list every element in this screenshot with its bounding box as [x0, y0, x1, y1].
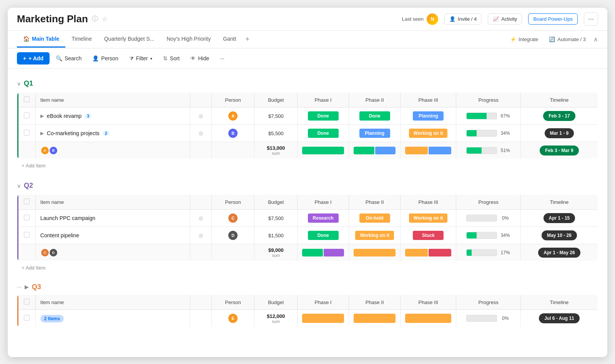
tab-main-table[interactable]: 🏠 Main Table: [17, 31, 65, 48]
sort-button[interactable]: ⇅ Sort: [158, 53, 184, 64]
q1-collapse-icon[interactable]: ∨: [17, 81, 21, 87]
tab-quarterly-budget[interactable]: Quarterly Budget S...: [98, 31, 161, 48]
q3-collapse-icon[interactable]: ▶: [25, 284, 29, 290]
filter-button[interactable]: ⧩ Filter ▾: [125, 53, 157, 65]
status-badge: Working on it: [409, 213, 447, 223]
row-checkbox-cell: [18, 210, 35, 227]
row-person-cell[interactable]: C: [211, 210, 254, 227]
hide-button[interactable]: 👁 Hide: [186, 53, 214, 64]
row-phase1-cell[interactable]: Done: [298, 125, 349, 142]
row-phase2-cell[interactable]: Planning: [349, 125, 401, 142]
expand-row-icon[interactable]: ▶: [40, 113, 44, 119]
status-badge: Research: [308, 213, 339, 223]
invite-button[interactable]: 👤 Invite / 4: [444, 13, 482, 25]
activity-button[interactable]: 📈 Activity: [488, 13, 522, 25]
header-checkbox[interactable]: [24, 299, 30, 304]
add-button[interactable]: + + Add: [17, 52, 50, 65]
progress-pct: 34%: [500, 233, 511, 238]
row-timeline-cell[interactable]: Mar 1 - 9: [520, 125, 598, 142]
more-toolbar-button[interactable]: ···: [215, 53, 229, 64]
row-phase3-cell[interactable]: Stuck: [401, 227, 456, 244]
row-timeline-cell[interactable]: Apr 1 - 15: [520, 210, 598, 227]
row-name-text[interactable]: Launch PPC campaign: [40, 215, 95, 221]
row-phase2-cell[interactable]: On-hold: [349, 210, 401, 227]
row-person-cell[interactable]: B: [211, 125, 254, 142]
timeline-badge: Jul 6 - Aug 11: [539, 313, 580, 323]
row-phase2-cell[interactable]: Working on it: [349, 227, 401, 244]
q2-col-person-add: [190, 195, 211, 210]
tab-timeline[interactable]: Timeline: [65, 31, 98, 48]
star-icon[interactable]: ☆: [102, 15, 107, 23]
header-checkbox[interactable]: [24, 96, 30, 102]
summary-cb-cell: [18, 142, 35, 159]
row-name-cell[interactable]: 2 Items: [35, 310, 190, 327]
progress-pct: 0%: [500, 316, 511, 321]
summary-person-cell: [211, 142, 254, 159]
row-person-cell[interactable]: E: [211, 310, 254, 327]
row-phase1-cell[interactable]: Research: [298, 210, 349, 227]
q1-add-item-row[interactable]: + Add Item: [17, 160, 598, 171]
row-name-text[interactable]: Co-marketing projects: [47, 130, 100, 136]
info-icon[interactable]: ⓘ: [92, 15, 98, 23]
row-timeline-cell[interactable]: Feb 3 - 17: [520, 108, 598, 125]
summary-budget-cell: $13,000 sum: [254, 142, 298, 159]
summary-add-item-cell[interactable]: A B: [35, 142, 190, 159]
app-container: Marketing Plan ⓘ ☆ Last seen N 👤 Invite …: [8, 8, 607, 357]
row-checkbox[interactable]: [24, 232, 30, 238]
row-phase1-cell[interactable]: Done: [298, 108, 349, 125]
row-budget-cell: $7,500: [254, 210, 298, 227]
progress-fill: [467, 130, 477, 136]
row-add-icon[interactable]: ⊕: [198, 130, 203, 137]
q3-col-person-add: [190, 295, 211, 310]
row-checkbox[interactable]: [24, 215, 30, 220]
q3-ellipsis-indicator: ···: [17, 282, 22, 291]
row-checkbox[interactable]: [24, 130, 30, 136]
row-add-icon[interactable]: ⊕: [198, 215, 203, 222]
tab-gantt[interactable]: Gantt: [217, 31, 242, 48]
row-name-text[interactable]: eBook revamp: [47, 113, 81, 119]
row-person-cell[interactable]: A: [211, 108, 254, 125]
row-timeline-cell[interactable]: May 10 - 26: [520, 227, 598, 244]
row-person-cell[interactable]: D: [211, 227, 254, 244]
q2-table: Item name Person Budget Phase I Phase II…: [17, 194, 598, 261]
progress-fill: [467, 250, 472, 256]
summary-person-cell: [211, 244, 254, 261]
q2-add-item-row[interactable]: + Add Item: [17, 263, 598, 273]
search-icon: 🔍: [56, 55, 62, 61]
row-add-icon[interactable]: ⊕: [198, 113, 203, 119]
status-badge: Done: [308, 111, 339, 121]
header-checkbox[interactable]: [24, 199, 30, 204]
row-phase3-cell[interactable]: Planning: [401, 108, 456, 125]
row-phase1-cell[interactable]: Done: [298, 227, 349, 244]
collapse-chevron[interactable]: ∧: [593, 36, 598, 43]
q1-col-person-add: [190, 93, 211, 108]
q2-col-phase3: Phase III: [401, 195, 456, 210]
q2-collapse-icon[interactable]: ∨: [17, 183, 21, 189]
add-tab-button[interactable]: +: [242, 31, 253, 48]
q1-col-progress: Progress: [456, 93, 521, 108]
row-name-text[interactable]: Content pipeline: [40, 232, 79, 238]
person-button[interactable]: 👤 Person: [88, 53, 123, 64]
automate-button[interactable]: 🔄 Automate / 3: [546, 35, 589, 44]
board-powerups-button[interactable]: Board Power-Ups: [528, 13, 578, 25]
avatar: C: [40, 248, 50, 257]
row-phase3-cell[interactable]: Working on it: [401, 210, 456, 227]
phase-segment: [354, 147, 374, 154]
q2-header-row: Item name Person Budget Phase I Phase II…: [18, 195, 598, 210]
row-phase2-cell[interactable]: Done: [349, 108, 401, 125]
row-checkbox[interactable]: [24, 113, 30, 118]
summary-add-item-cell[interactable]: C D: [35, 244, 190, 261]
expand-row-icon[interactable]: ▶: [40, 131, 44, 136]
search-button[interactable]: 🔍 Search: [51, 53, 86, 64]
row-add-icon[interactable]: ⊕: [198, 232, 203, 239]
person-icon: 👤: [449, 16, 455, 22]
row-timeline-cell[interactable]: Jul 6 - Aug 11: [520, 310, 598, 327]
tab-noys-priority[interactable]: Noy's High Priority: [160, 31, 217, 48]
more-options-button[interactable]: ···: [584, 12, 598, 26]
items-collapsed-badge[interactable]: 2 Items: [40, 315, 64, 323]
row-phase3-cell[interactable]: Working on it: [401, 125, 456, 142]
phase-segment: [302, 147, 344, 154]
phase-segment: [375, 147, 396, 154]
row-checkbox[interactable]: [24, 315, 30, 321]
integrate-button[interactable]: ⚡ Integrate: [507, 35, 541, 44]
